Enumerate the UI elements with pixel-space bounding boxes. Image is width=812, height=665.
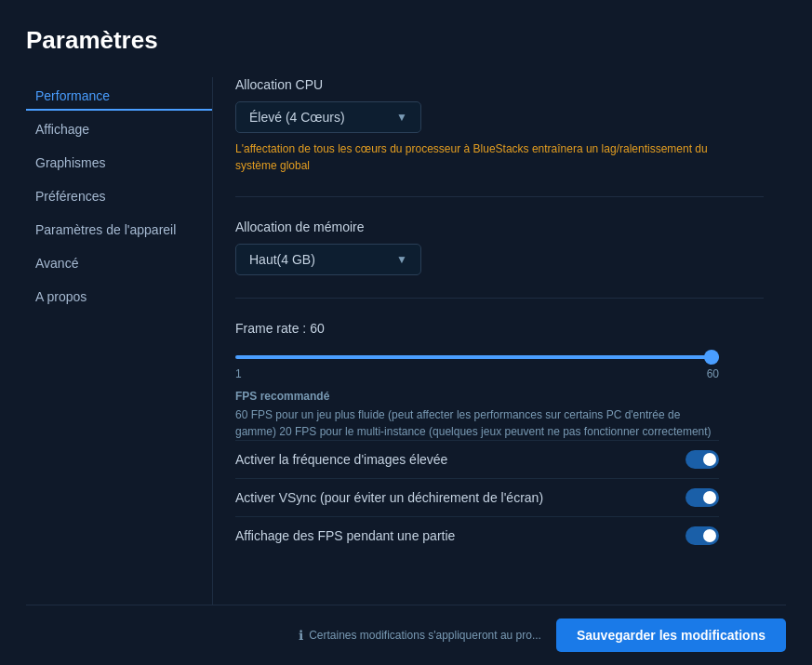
memory-dropdown-value: Haut(4 GB)	[249, 252, 315, 267]
framerate-slider[interactable]	[235, 355, 719, 359]
footer: ℹ Certaines modifications s'appliqueront…	[26, 605, 786, 665]
toggle-row-high-framerate: Activer la fréquence d'images élevée	[235, 440, 719, 478]
framerate-slider-container	[235, 347, 719, 362]
sidebar-item-parametres-appareil[interactable]: Paramètres de l'appareil	[26, 215, 212, 245]
toggle-row-vsync: Activer VSync (pour éviter un déchiremen…	[235, 478, 719, 516]
footer-note-text: Certaines modifications s'appliqueront a…	[309, 629, 541, 642]
info-icon: ℹ	[299, 628, 303, 643]
toggle-high-framerate[interactable]	[686, 450, 719, 469]
footer-note: ℹ Certaines modifications s'appliqueront…	[299, 628, 541, 643]
framerate-section: Frame rate : 60 1 60 FPS recommandé 60 F…	[235, 321, 764, 577]
toggle-list: Activer la fréquence d'images élevée Act…	[235, 440, 764, 554]
save-button[interactable]: Sauvegarder les modifications	[556, 618, 786, 652]
toggle-show-fps[interactable]	[686, 526, 719, 545]
cpu-warning: L'affectation de tous les cœurs du proce…	[235, 140, 719, 174]
fps-recommended-label: FPS recommandé	[235, 390, 764, 403]
toggle-label-vsync: Activer VSync (pour éviter un déchiremen…	[235, 490, 543, 505]
cpu-dropdown[interactable]: Élevé (4 Cœurs) ▼	[235, 101, 421, 133]
fps-description: 60 FPS pour un jeu plus fluide (peut aff…	[235, 406, 719, 440]
cpu-dropdown-value: Élevé (4 Cœurs)	[249, 110, 345, 125]
sidebar: Performance Affichage Graphismes Préfére…	[26, 77, 212, 605]
framerate-range-labels: 1 60	[235, 367, 719, 380]
sidebar-item-apropos[interactable]: A propos	[26, 282, 212, 312]
toggle-label-high-framerate: Activer la fréquence d'images élevée	[235, 452, 447, 467]
memory-label: Allocation de mémoire	[235, 219, 764, 234]
sidebar-item-affichage[interactable]: Affichage	[26, 114, 212, 144]
cpu-label: Allocation CPU	[235, 77, 764, 92]
framerate-min: 1	[235, 367, 242, 380]
framerate-max: 60	[707, 367, 719, 380]
sidebar-item-graphismes[interactable]: Graphismes	[26, 148, 212, 178]
main-content: Allocation CPU Élevé (4 Cœurs) ▼ L'affec…	[212, 77, 786, 605]
sidebar-item-performance[interactable]: Performance	[26, 81, 212, 111]
memory-dropdown-arrow-icon: ▼	[396, 253, 407, 266]
page-title: Paramètres	[26, 26, 786, 55]
memory-section: Allocation de mémoire Haut(4 GB) ▼	[235, 219, 764, 299]
framerate-label: Frame rate : 60	[235, 321, 764, 336]
sidebar-item-preferences[interactable]: Préférences	[26, 181, 212, 211]
cpu-dropdown-arrow-icon: ▼	[396, 111, 407, 124]
toggle-vsync[interactable]	[686, 488, 719, 507]
memory-dropdown[interactable]: Haut(4 GB) ▼	[235, 244, 421, 275]
sidebar-item-avance[interactable]: Avancé	[26, 248, 212, 278]
toggle-row-show-fps: Affichage des FPS pendant une partie	[235, 516, 719, 554]
toggle-label-show-fps: Affichage des FPS pendant une partie	[235, 528, 455, 543]
cpu-section: Allocation CPU Élevé (4 Cœurs) ▼ L'affec…	[235, 77, 764, 197]
